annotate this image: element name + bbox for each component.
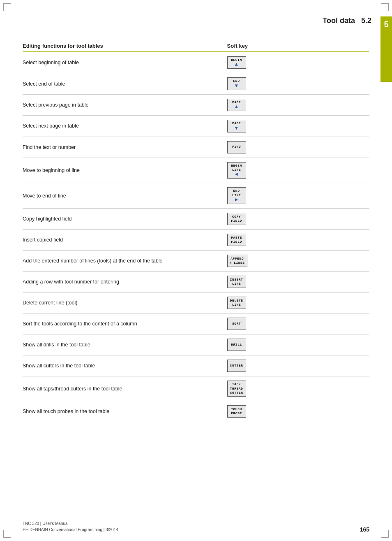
table-row: Sort the tools according to the content … [23, 313, 369, 334]
softkey-button-copy_field[interactable]: COPYFIELD [227, 213, 246, 225]
footer-left: TNC 320 | User's Manual HEIDENHAIN Conve… [23, 520, 118, 533]
row-softkey: CUTTER [224, 355, 369, 376]
row-description: Show all taps/thread cutters in the tool… [23, 376, 224, 401]
table-row: Add the entered number of lines (tools) … [23, 251, 369, 272]
table-row: Select next page in tablePAGE▼ [23, 116, 369, 137]
row-softkey: PASTEFIELD [224, 230, 369, 251]
footer-line1: TNC 320 | User's Manual [23, 520, 118, 527]
corner-mark-tr [381, 3, 389, 11]
row-softkey: FIND [224, 137, 369, 158]
row-softkey: PAGE▲ [224, 94, 369, 115]
table-row: Find the text or numberFIND [23, 137, 369, 158]
corner-mark-tl [3, 3, 11, 11]
row-description: Sort the tools according to the content … [23, 313, 224, 334]
softkey-button-tap[interactable]: TAP/THREADCUTTER [227, 381, 246, 397]
col-header-softkey: Soft key [224, 41, 369, 52]
table-row: Move to end of lineENDLINE► [23, 183, 369, 209]
table-row: Insert copied fieldPASTEFIELD [23, 230, 369, 251]
softkey-button-page_down[interactable]: PAGE▼ [227, 120, 246, 132]
page-footer: TNC 320 | User's Manual HEIDENHAIN Conve… [23, 520, 369, 533]
table-row: Show all taps/thread cutters in the tool… [23, 376, 369, 401]
functions-table: Editing functions for tool tables Soft k… [23, 41, 369, 422]
table-row: Adding a row with tool number for enteri… [23, 272, 369, 293]
row-description: Find the text or number [23, 137, 224, 158]
row-description: Copy highlighted field [23, 209, 224, 230]
row-description: Move to beginning of line [23, 158, 224, 183]
softkey-button-append[interactable]: APPENDN LINES [227, 255, 247, 267]
row-description: Show all cutters in the tool table [23, 355, 224, 376]
page-header: Tool data 5.2 [323, 16, 371, 25]
chapter-tab-bar [380, 33, 392, 82]
table-row: Show all touch probes in the tool tableT… [23, 401, 369, 422]
table-row: Select beginning of tableBEGIN▲ [23, 52, 369, 73]
softkey-button-end[interactable]: END▼ [227, 77, 246, 90]
row-softkey: BEGIN▲ [224, 52, 369, 73]
row-softkey: DELETELINE [224, 293, 369, 313]
corner-mark-bl [3, 530, 11, 538]
row-description: Move to end of line [23, 183, 224, 209]
chapter-tab: 5 [380, 16, 392, 82]
main-content: Editing functions for tool tables Soft k… [23, 41, 369, 422]
row-description: Select beginning of table [23, 52, 224, 73]
row-description: Select end of table [23, 73, 224, 94]
col-header-function: Editing functions for tool tables [23, 41, 224, 52]
corner-mark-br [381, 530, 389, 538]
page-number: 165 [360, 526, 369, 533]
row-softkey: TAP/THREADCUTTER [224, 376, 369, 401]
table-row: Show all drills in the tool tableDRILL [23, 334, 369, 355]
softkey-button-find[interactable]: FIND [227, 141, 246, 153]
softkey-button-paste_field[interactable]: PASTEFIELD [227, 234, 246, 246]
row-softkey: SORT [224, 313, 369, 334]
softkey-button-page_up[interactable]: PAGE▲ [227, 99, 246, 111]
row-description: Select next page in table [23, 116, 224, 137]
row-description: Show all touch probes in the tool table [23, 401, 224, 422]
row-softkey: ENDLINE► [224, 183, 369, 209]
table-row: Move to beginning of lineBEGINLINE◄ [23, 158, 369, 183]
footer-line2: HEIDENHAIN Conversational Programming | … [23, 527, 118, 533]
row-description: Add the entered number of lines (tools) … [23, 251, 224, 272]
softkey-button-touch_probe[interactable]: TOUCHPROBE [227, 405, 246, 418]
row-description: Insert copied field [23, 230, 224, 251]
softkey-button-end_line[interactable]: ENDLINE► [227, 187, 246, 204]
table-row: Copy highlighted fieldCOPYFIELD [23, 209, 369, 230]
row-softkey: TOUCHPROBE [224, 401, 369, 422]
softkey-button-insert_line[interactable]: INSERTLINE [227, 276, 246, 288]
softkey-button-sort[interactable]: SORT [227, 318, 246, 330]
row-softkey: COPYFIELD [224, 209, 369, 230]
row-description: Delete current line (tool) [23, 293, 224, 313]
row-description: Adding a row with tool number for enteri… [23, 272, 224, 293]
softkey-button-begin[interactable]: BEGIN▲ [227, 56, 246, 69]
header-title: Tool data 5.2 [323, 16, 371, 25]
table-row: Show all cutters in the tool tableCUTTER [23, 355, 369, 376]
softkey-button-begin_line[interactable]: BEGINLINE◄ [227, 162, 246, 179]
table-row: Select end of tableEND▼ [23, 73, 369, 94]
softkey-button-cutter[interactable]: CUTTER [227, 360, 246, 372]
table-row: Delete current line (tool)DELETELINE [23, 293, 369, 313]
row-softkey: PAGE▼ [224, 116, 369, 137]
chapter-number: 5 [380, 16, 392, 33]
row-description: Select previous page in table [23, 94, 224, 115]
row-softkey: APPENDN LINES [224, 251, 369, 272]
row-softkey: DRILL [224, 334, 369, 355]
softkey-button-delete_line[interactable]: DELETELINE [227, 297, 246, 309]
table-row: Select previous page in tablePAGE▲ [23, 94, 369, 115]
row-description: Show all drills in the tool table [23, 334, 224, 355]
row-softkey: END▼ [224, 73, 369, 94]
row-softkey: INSERTLINE [224, 272, 369, 293]
row-softkey: BEGINLINE◄ [224, 158, 369, 183]
softkey-button-drill[interactable]: DRILL [227, 339, 246, 351]
